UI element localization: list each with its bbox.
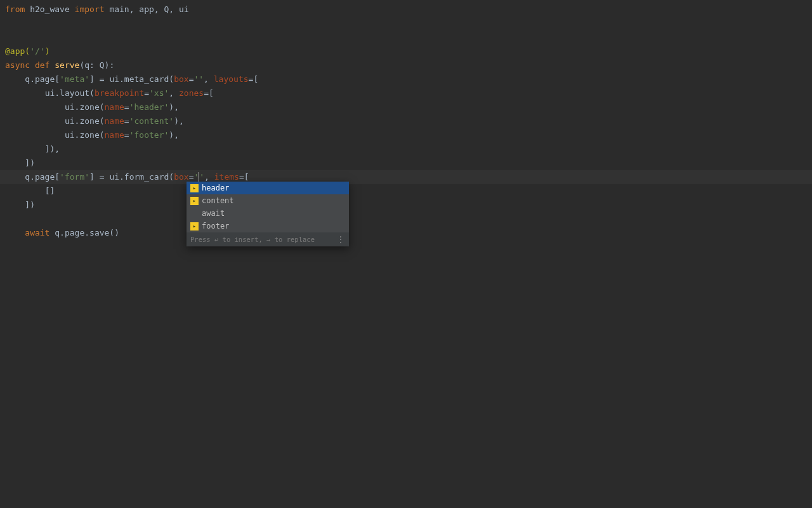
autocomplete-label: await <box>202 207 225 220</box>
function-name: serve <box>55 60 79 70</box>
string-literal: '/' <box>30 46 44 56</box>
code-line[interactable] <box>0 30 812 44</box>
code-line[interactable]: @app('/') <box>0 44 812 58</box>
string-literal: 'xs' <box>149 88 169 98</box>
text-cursor <box>199 172 199 182</box>
code-line[interactable]: ui.zone(name='footer'), <box>0 128 812 142</box>
expr: q.page[ <box>25 172 60 182</box>
code-line[interactable]: q.page['meta'] = ui.meta_card(box='', la… <box>0 72 812 86</box>
decorator-name: app <box>10 46 25 56</box>
kwarg: name <box>105 130 124 140</box>
keyword-await: await <box>25 228 55 237</box>
code-line[interactable]: ui.layout(breakpoint='xs', zones=[ <box>0 86 812 100</box>
expr: q.page.save() <box>55 228 119 237</box>
code-line[interactable]: ui.zone(name='header'), <box>0 100 812 114</box>
expr: q.page[ <box>25 74 60 84</box>
module-name: h2o_wave <box>25 4 74 14</box>
kwarg: zones <box>179 88 204 98</box>
kwarg: name <box>105 102 124 112</box>
more-icon[interactable]: ⋮ <box>336 237 345 241</box>
string-literal: 'meta' <box>60 74 89 84</box>
code-line[interactable]: ]) <box>0 156 812 170</box>
code-line[interactable]: ]) <box>0 198 812 212</box>
autocomplete-item-footer[interactable]: ▸ footer <box>187 220 349 232</box>
keyword-async: async <box>5 60 35 70</box>
expr: ui.zone( <box>65 116 105 126</box>
expr: ui.zone( <box>65 130 105 140</box>
code-line[interactable]: [] <box>0 184 812 198</box>
code-editor[interactable]: from h2o_wave import main, app, Q, ui @a… <box>0 0 812 240</box>
expr: ] = ui.meta_card( <box>89 74 174 84</box>
autocomplete-item-content[interactable]: ▸ content <box>187 194 349 207</box>
expr: ui.zone( <box>65 102 105 112</box>
snippet-icon: ▸ <box>190 197 199 205</box>
string-literal: 'form' <box>60 172 89 182</box>
string-quote: ' <box>193 172 199 182</box>
code-line[interactable]: from h2o_wave import main, app, Q, ui <box>0 3 812 17</box>
paren: ) <box>45 46 50 56</box>
expr: ] = ui.form_card( <box>89 172 174 182</box>
string-literal: 'footer' <box>129 130 169 140</box>
autocomplete-item-header[interactable]: ▸ header <box>187 182 349 194</box>
autocomplete-label: content <box>202 194 234 207</box>
import-names: main, app, Q, ui <box>105 4 189 14</box>
expr: ui.layout( <box>45 88 95 98</box>
autocomplete-item-await[interactable]: await <box>187 207 349 220</box>
kwarg: breakpoint <box>95 88 144 98</box>
code-line[interactable] <box>0 212 812 226</box>
code-line-current[interactable]: q.page['form'] = ui.form_card(box='', it… <box>0 170 812 184</box>
decorator-at: @ <box>5 46 10 56</box>
type-annotation: : Q <box>89 60 104 70</box>
string-literal: 'content' <box>129 116 174 126</box>
autocomplete-hint: Press ↩ to insert, → to replace <box>190 233 315 246</box>
paren: ( <box>25 46 30 56</box>
autocomplete-footer: Press ↩ to insert, → to replace ⋮ <box>187 232 349 246</box>
code-line[interactable]: async def serve(q: Q): <box>0 58 812 72</box>
kwarg: layouts <box>214 74 249 84</box>
blank-icon <box>190 210 199 218</box>
autocomplete-label: header <box>202 182 229 194</box>
code-line[interactable]: ui.zone(name='content'), <box>0 114 812 128</box>
code-line[interactable]: ]), <box>0 142 812 156</box>
kwarg: box <box>174 74 188 84</box>
kwarg: name <box>105 116 124 126</box>
snippet-icon: ▸ <box>190 184 199 192</box>
snippet-icon: ▸ <box>190 222 199 231</box>
keyword-def: def <box>35 60 55 70</box>
code-line[interactable]: await q.page.save() <box>0 226 812 240</box>
param: q <box>84 60 89 70</box>
autocomplete-popup[interactable]: ▸ header ▸ content await ▸ footer Press … <box>187 182 349 246</box>
keyword-import: import <box>75 4 105 14</box>
kwarg: box <box>174 172 188 182</box>
string-literal: '' <box>193 74 204 84</box>
kwarg: items <box>214 172 239 182</box>
code-line[interactable] <box>0 17 812 30</box>
autocomplete-label: footer <box>202 220 229 232</box>
keyword-from: from <box>5 4 25 14</box>
string-literal: 'header' <box>129 102 169 112</box>
paren: ): <box>105 60 115 70</box>
string-quote: ' <box>199 172 204 182</box>
